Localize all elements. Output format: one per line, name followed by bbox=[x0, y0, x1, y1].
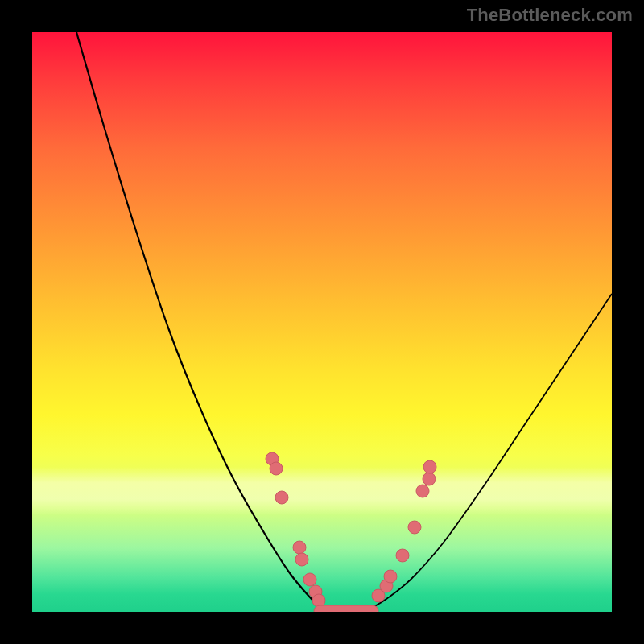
data-marker bbox=[396, 549, 409, 562]
watermark-text: TheBottleneck.com bbox=[467, 5, 633, 26]
data-marker bbox=[293, 541, 306, 554]
left-curve bbox=[76, 32, 322, 609]
markers-right bbox=[372, 460, 436, 602]
right-curve bbox=[370, 294, 612, 609]
markers-left bbox=[266, 452, 325, 607]
data-marker bbox=[275, 491, 288, 504]
plot-svg bbox=[32, 32, 612, 612]
plot-area bbox=[32, 32, 612, 612]
data-marker bbox=[295, 553, 308, 566]
data-marker bbox=[303, 573, 316, 586]
data-marker bbox=[423, 473, 436, 485]
chart-frame: TheBottleneck.com bbox=[0, 0, 644, 644]
data-marker bbox=[416, 485, 429, 497]
data-marker bbox=[270, 462, 283, 475]
data-marker bbox=[408, 521, 421, 534]
data-marker bbox=[423, 460, 436, 473]
bottom-flat-bar bbox=[314, 605, 378, 612]
data-marker bbox=[384, 570, 397, 583]
